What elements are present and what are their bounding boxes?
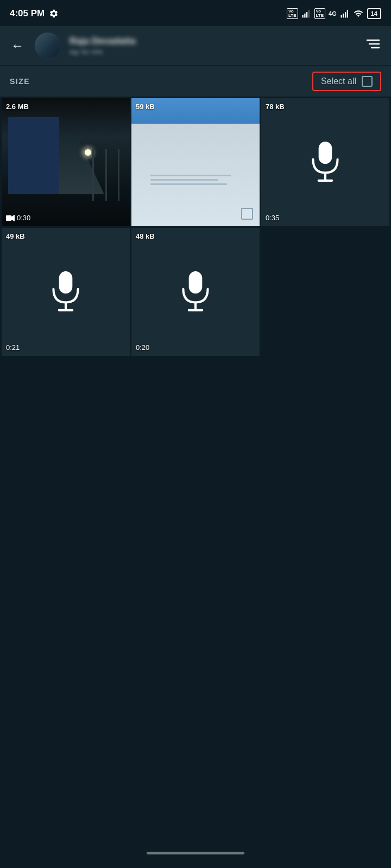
svg-rect-1 [304, 14, 305, 18]
volte-badge-2: VoLTE [314, 8, 326, 19]
media-duration-5: 0:20 [136, 343, 149, 352]
doc-thumbnail [131, 98, 260, 226]
svg-rect-0 [302, 15, 303, 18]
train-thumbnail [2, 98, 130, 226]
media-size-2: 59 kB [136, 103, 155, 111]
home-indicator [147, 852, 244, 854]
svg-rect-3 [308, 10, 309, 18]
mic-container-3 [261, 98, 389, 226]
media-size-3: 78 kB [266, 103, 285, 111]
size-sort-bar: SIZE Select all [0, 65, 391, 97]
mic-icon-5 [178, 270, 213, 314]
svg-rect-5 [343, 14, 344, 18]
media-item-5[interactable]: 48 kB 0:20 [131, 228, 260, 356]
select-all-label: Select all [321, 76, 356, 86]
volte-badge-1: VoLTE [287, 8, 298, 19]
svg-rect-7 [347, 10, 348, 18]
media-item-1[interactable]: 2.6 MB 0:30 [2, 98, 130, 226]
mic-container-5 [131, 228, 260, 356]
svg-rect-2 [306, 12, 307, 18]
status-right-icons: VoLTE VoLTE 4G 14 [287, 8, 381, 19]
svg-rect-4 [340, 15, 342, 18]
media-duration-4: 0:21 [6, 343, 20, 352]
avatar[interactable] [35, 33, 61, 59]
bottom-nav [0, 838, 391, 868]
media-item-2[interactable]: 59 kB [131, 98, 260, 226]
mic-container-4 [2, 228, 130, 356]
svg-marker-12 [11, 215, 15, 221]
media-size-5: 48 kB [136, 232, 155, 240]
app-bar: ← Raja Devadatta tap for info [0, 26, 391, 65]
mic-icon-4 [48, 270, 83, 314]
select-all-checkbox[interactable] [362, 76, 373, 87]
contact-info: Raja Devadatta tap for info [70, 36, 355, 56]
svg-rect-16 [59, 271, 73, 293]
wifi-icon [353, 9, 364, 18]
contact-name: Raja Devadatta [70, 36, 355, 47]
filter-button[interactable] [364, 36, 382, 55]
svg-rect-19 [189, 271, 203, 293]
empty-area [0, 356, 391, 790]
media-duration-3: 0:35 [266, 214, 279, 222]
signal-icon-2 [340, 9, 350, 18]
signal-icon-1 [301, 9, 311, 18]
mic-icon-3 [308, 141, 343, 184]
size-sort-label: SIZE [10, 77, 30, 86]
contact-sub: tap for info [70, 48, 355, 56]
4g-badge: 4G [329, 10, 337, 17]
media-duration-1: 0:30 [17, 214, 30, 222]
select-all-button[interactable]: Select all [312, 72, 381, 91]
back-button[interactable]: ← [9, 36, 26, 55]
media-item-3[interactable]: 78 kB 0:35 [261, 98, 389, 226]
media-size-4: 49 kB [6, 232, 25, 240]
media-item-4[interactable]: 49 kB 0:21 [2, 228, 130, 356]
svg-rect-6 [345, 12, 346, 18]
svg-rect-11 [6, 215, 11, 221]
video-icon [6, 215, 15, 221]
battery-indicator: 14 [367, 8, 381, 19]
media-grid: 2.6 MB 0:30 59 kB 78 kB [0, 97, 391, 356]
status-bar: 4:05 PM VoLTE VoLTE 4G 14 [0, 0, 391, 26]
svg-rect-13 [319, 142, 332, 164]
gear-icon [49, 9, 59, 18]
media-size-1: 2.6 MB [6, 103, 29, 111]
time-display: 4:05 PM [10, 8, 45, 19]
